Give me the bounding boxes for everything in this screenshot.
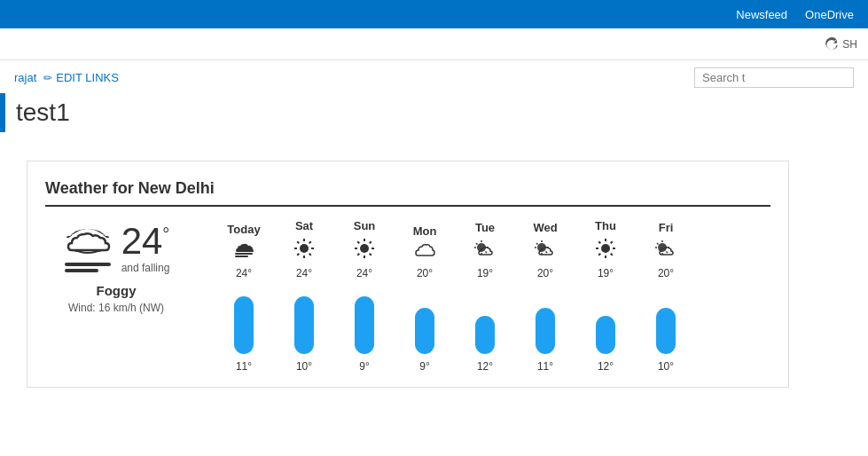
current-icon-temp: 24° and falling <box>63 223 170 274</box>
sh-label: SH <box>842 38 857 51</box>
bar-container <box>595 283 616 354</box>
svg-line-27 <box>357 241 359 243</box>
low-temp: 9° <box>359 360 369 373</box>
svg-line-20 <box>309 241 311 243</box>
current-temp-display: 24° and falling <box>121 223 170 274</box>
temp-bar <box>234 296 254 354</box>
low-temp: 12° <box>598 360 614 373</box>
wind-label: Wind: 16 km/h (NW) <box>68 302 164 314</box>
day-icon <box>414 243 435 262</box>
bar-container <box>293 283 315 354</box>
day-label: Tue <box>475 221 495 234</box>
fog-line-1 <box>65 263 111 266</box>
bar-container <box>414 283 435 354</box>
svg-point-45 <box>601 244 610 253</box>
temp-bar <box>596 316 615 354</box>
svg-line-59 <box>657 243 659 245</box>
weather-content: 24° and falling Foggy Wind: 16 km/h (NW)… <box>45 219 770 373</box>
condition-label: Foggy <box>97 283 137 298</box>
day-icon <box>533 240 558 262</box>
day-icon <box>473 240 497 262</box>
fog-line-2 <box>65 269 98 272</box>
day-label: Sun <box>354 219 376 232</box>
svg-line-19 <box>309 254 311 256</box>
breadcrumb-user-link[interactable]: rajat <box>14 71 36 84</box>
svg-line-28 <box>370 254 371 256</box>
temp-bar <box>656 308 676 354</box>
day-label: Wed <box>533 221 557 234</box>
high-temp: 20° <box>537 267 553 279</box>
forecast-day-5: Wed 20° 11° <box>515 221 575 373</box>
day-label: Mon <box>413 224 437 238</box>
svg-line-37 <box>486 252 488 254</box>
svg-line-21 <box>297 254 299 256</box>
forecast-day-1: Sat 24° 10° <box>274 219 334 373</box>
day-label: Sat <box>295 219 313 232</box>
temp-bar <box>536 308 555 354</box>
onedrive-link[interactable]: OneDrive <box>805 8 854 21</box>
low-temp: 11° <box>537 360 553 373</box>
svg-point-22 <box>360 244 369 253</box>
weather-widget: Weather for New Delhi <box>27 161 789 388</box>
blue-accent-bar <box>0 93 5 132</box>
low-temp: 12° <box>477 360 493 373</box>
day-label: Fri <box>659 221 674 234</box>
high-temp: 24° <box>236 267 252 279</box>
temp-bar <box>475 316 495 354</box>
secondary-bar: SH <box>0 28 868 60</box>
temp-bar <box>294 296 314 354</box>
breadcrumb-area: rajat ✏ EDIT LINKS <box>14 71 119 84</box>
forecast-day-3: Mon 20° 9° <box>395 224 455 373</box>
edit-links-label: EDIT LINKS <box>56 71 119 84</box>
bar-container <box>233 283 254 354</box>
edit-links-button[interactable]: ✏ EDIT LINKS <box>43 71 119 84</box>
day-icon <box>293 238 315 262</box>
high-temp: 20° <box>658 267 674 279</box>
high-temp: 19° <box>598 267 614 279</box>
high-temp: 19° <box>477 267 493 279</box>
low-temp: 10° <box>658 360 674 373</box>
search-input[interactable] <box>694 67 854 88</box>
svg-line-29 <box>370 241 371 243</box>
high-temp: 24° <box>356 267 372 279</box>
bar-container <box>655 283 676 354</box>
falling-text: and falling <box>121 262 170 274</box>
svg-line-36 <box>476 243 478 245</box>
high-temp: 20° <box>417 267 433 279</box>
day-icon <box>354 238 375 262</box>
fog-lines <box>65 263 111 272</box>
current-temp: 24° <box>121 220 170 262</box>
page-title: test1 <box>16 98 70 127</box>
svg-line-44 <box>546 252 548 254</box>
refresh-icon <box>825 37 839 51</box>
svg-line-51 <box>611 254 613 256</box>
day-icon <box>233 241 254 262</box>
svg-line-50 <box>598 241 600 243</box>
forecast-day-4: Tue 19° 12° <box>455 221 515 373</box>
forecast-day-0: Today 24° 11° <box>214 223 274 373</box>
refresh-sh-area: SH <box>825 37 857 51</box>
svg-line-43 <box>536 243 538 245</box>
cloud-svg <box>63 225 113 257</box>
svg-line-30 <box>357 254 359 256</box>
forecast-day-2: Sun 24° 9° <box>334 219 395 373</box>
forecast-area: Today 24° 11° Sat <box>214 219 770 373</box>
low-temp: 11° <box>236 360 252 373</box>
pencil-icon: ✏ <box>43 72 52 84</box>
forecast-day-7: Fri 20° 10° <box>636 221 696 373</box>
day-label: Thu <box>595 219 616 232</box>
bar-container <box>535 283 556 354</box>
fog-icon <box>63 225 113 272</box>
svg-point-13 <box>300 244 309 253</box>
low-temp: 9° <box>419 360 429 373</box>
temp-bar <box>415 308 434 354</box>
svg-line-52 <box>611 241 613 243</box>
page-title-area: test1 <box>0 88 868 143</box>
day-icon <box>653 240 678 262</box>
high-temp: 24° <box>296 267 312 279</box>
newsfeed-link[interactable]: Newsfeed <box>736 8 787 21</box>
temp-bar <box>355 296 374 354</box>
day-icon <box>595 238 616 262</box>
svg-line-60 <box>667 252 669 254</box>
forecast-day-6: Thu 19° 12° <box>575 219 636 373</box>
